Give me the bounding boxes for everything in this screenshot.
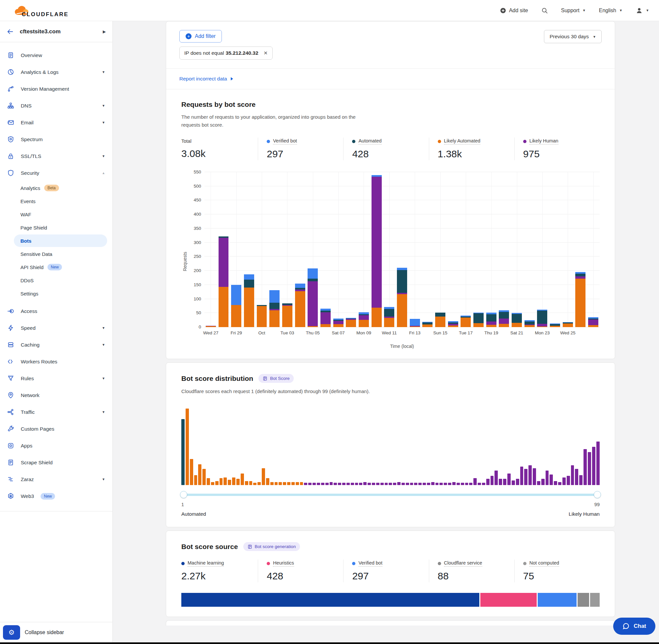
histogram-bar	[486, 479, 490, 485]
stacked-bar	[524, 320, 535, 327]
sidebar-item-traffic[interactable]: Traffic▼	[0, 404, 112, 420]
stat-label: Verified bot	[267, 138, 297, 144]
histogram-bar	[186, 409, 189, 485]
time-range-select[interactable]: Previous 30 days ▼	[544, 30, 602, 43]
stacked-bar	[461, 316, 471, 327]
histogram-bar	[270, 482, 274, 485]
bot-score-badge[interactable]: Bot Score	[258, 374, 294, 383]
rules-icon	[7, 375, 14, 382]
sidebar-item-custom-pages[interactable]: Custom Pages	[0, 420, 112, 437]
source-segment-machine-learning	[181, 593, 479, 607]
histogram-bar	[312, 483, 316, 485]
sidebar-item-security[interactable]: Security▲	[0, 164, 112, 181]
sidebar-item-caching[interactable]: Caching▼	[0, 336, 112, 353]
sidebar-subitem-analytics[interactable]: AnalyticsBeta	[0, 181, 112, 194]
histogram-bar	[296, 482, 299, 485]
histogram-bar	[266, 478, 269, 485]
distribution-histogram	[181, 409, 600, 485]
sidebar-subitem-sensitive-data[interactable]: Sensitive Data	[0, 247, 112, 260]
sidebar-item-analytics-logs[interactable]: Analytics & Logs▼	[0, 64, 112, 80]
add-filter-button[interactable]: + Add filter	[179, 30, 222, 43]
filter-chip-text: IP does not equal35.212.240.32	[184, 50, 258, 56]
slider-captions: Automated Likely Human	[181, 511, 600, 517]
chevron-down-icon: ▼	[102, 326, 105, 330]
sidebar-item-label: SSL/TLS	[21, 153, 41, 159]
bot-score-generation-badge[interactable]: Bot score generation	[243, 542, 300, 551]
histogram-bar	[440, 483, 443, 485]
sidebar-item-overview[interactable]: Overview	[0, 47, 112, 64]
histogram-bar	[376, 483, 379, 485]
sidebar-item-ssl-tls[interactable]: SSL/TLS▼	[0, 148, 112, 164]
source-stat-not-computed: Not computed75	[514, 559, 600, 582]
sidebar-item-workers-routes[interactable]: Workers Routes	[0, 353, 112, 370]
dns-icon	[7, 102, 14, 109]
sidebar-item-rules[interactable]: Rules▼	[0, 370, 112, 387]
sidebar-item-label: Version Management	[21, 86, 69, 92]
top-nav: Add site Support▼ English▼ ▼	[500, 7, 649, 14]
stat-value: 2.27k	[181, 571, 258, 582]
account-menu[interactable]: ▼	[636, 7, 649, 14]
sidebar-item-access[interactable]: Access	[0, 303, 112, 320]
sidebar-item-email[interactable]: Email▼	[0, 114, 112, 131]
requests-description: The number of requests to your applicati…	[181, 113, 371, 129]
stat-value: 297	[352, 571, 428, 582]
sidebar-item-label: Email	[21, 120, 33, 125]
stat-value: 75	[523, 571, 600, 582]
sidebar-item-zaraz[interactable]: Zaraz▼	[0, 471, 112, 488]
collapse-sidebar-label[interactable]: Collapse sidebar	[25, 629, 64, 636]
sidebar-spacer	[0, 511, 112, 622]
stacked-bar	[346, 318, 356, 327]
stacked-bar	[575, 272, 586, 327]
sidebar-subitem-events[interactable]: Events	[0, 194, 112, 208]
stacked-bar	[422, 322, 432, 327]
legend-dot	[181, 562, 185, 565]
next-card-partial	[166, 620, 615, 625]
histogram-bar	[469, 483, 472, 485]
chevron-right-icon[interactable]: ▶	[103, 29, 106, 34]
user-icon	[636, 7, 643, 14]
score-range-slider[interactable]	[181, 493, 600, 496]
sidebar-item-scrape-shield[interactable]: Scrape Shield	[0, 454, 112, 471]
email-icon	[7, 119, 14, 126]
remove-filter-icon[interactable]: ✕	[264, 50, 268, 56]
histogram-bar	[389, 483, 392, 485]
stacked-bar	[257, 305, 267, 327]
filter-chip[interactable]: IP does not equal35.212.240.32 ✕	[179, 46, 273, 60]
sidebar-subitem-api-shield[interactable]: API ShieldNew	[0, 260, 112, 274]
sidebar-item-web3[interactable]: Web3New	[0, 488, 112, 505]
search-button[interactable]	[541, 7, 548, 14]
sidebar-item-spectrum[interactable]: Spectrum	[0, 131, 112, 148]
stat-verified-bot: Verified bot297	[258, 138, 343, 160]
sidebar-subitem-bots[interactable]: Bots	[14, 234, 107, 247]
back-arrow-icon[interactable]	[6, 28, 14, 35]
chat-button[interactable]: Chat	[613, 618, 655, 635]
sidebar-subitem-label: Events	[20, 199, 36, 204]
ssl-icon	[7, 153, 14, 160]
stacked-bar	[397, 268, 407, 327]
histogram-bar	[537, 481, 540, 485]
source-segment-heuristics	[480, 593, 537, 607]
legend-dot	[438, 140, 441, 143]
sidebar-subitem-ddos[interactable]: DDoS	[0, 274, 112, 287]
stacked-bar	[537, 309, 547, 327]
language-menu[interactable]: English▼	[599, 7, 622, 14]
support-menu[interactable]: Support▼	[561, 7, 586, 14]
x-axis-ticks: Wed 27Fri 29OctTue 03Thu 05Sat 07Mon 09W…	[204, 330, 600, 339]
slider-handle-min[interactable]	[180, 491, 187, 498]
legend-dot	[523, 140, 526, 143]
settings-gear-button[interactable]: ⚙	[3, 625, 20, 640]
slider-handle-max[interactable]	[594, 491, 601, 498]
sidebar-item-speed[interactable]: Speed▼	[0, 320, 112, 336]
sidebar-item-network[interactable]: Network	[0, 387, 112, 404]
slider-values: 1 99	[181, 502, 600, 507]
sidebar-subitem-settings[interactable]: Settings	[0, 287, 112, 300]
sidebar-subitem-page-shield[interactable]: Page Shield	[0, 221, 112, 234]
sidebar-item-apps[interactable]: Apps	[0, 437, 112, 454]
histogram-bar	[554, 481, 557, 485]
sidebar-subitem-waf[interactable]: WAF	[0, 208, 112, 221]
report-incorrect-data-link[interactable]: Report incorrect data	[179, 76, 234, 82]
sidebar-item-dns[interactable]: DNS▼	[0, 97, 112, 114]
stat-value: 1.38k	[438, 148, 514, 160]
sidebar-item-version-management[interactable]: Version Management	[0, 80, 112, 97]
add-site-button[interactable]: Add site	[500, 7, 528, 14]
